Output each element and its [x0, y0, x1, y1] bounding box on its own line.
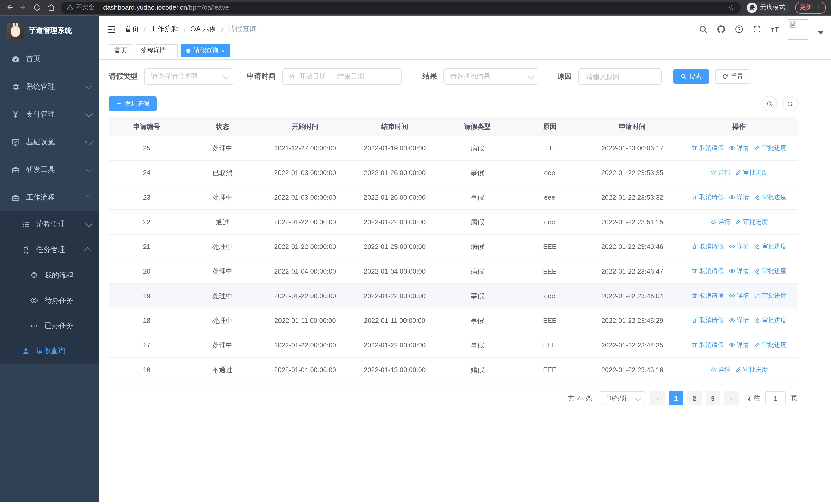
- close-icon[interactable]: ×: [222, 48, 225, 54]
- breadcrumb-separator: /: [144, 25, 146, 33]
- result-select[interactable]: 请选择流结果: [443, 68, 539, 85]
- detail-action-link[interactable]: 详情: [710, 217, 730, 226]
- progress-action-link[interactable]: 审批进度: [754, 144, 786, 152]
- cell-status: 处理中: [184, 308, 260, 333]
- warning-icon: [67, 4, 74, 11]
- cancel-action-link[interactable]: 取消请假: [692, 144, 724, 152]
- sidebar-item-process-mgmt[interactable]: 流程管理: [0, 211, 99, 237]
- url-text: dashboard.yudao.iocoder.cn/bpm/oa/leave: [103, 4, 229, 11]
- cancel-action-link[interactable]: 取消请假: [692, 292, 724, 300]
- refresh-table-button[interactable]: [782, 96, 798, 111]
- breadcrumb-home[interactable]: 首页: [125, 25, 139, 34]
- progress-action-link[interactable]: 审批进度: [754, 193, 786, 202]
- address-bar[interactable]: 不安全 dashboard.yudao.iocoder.cn/bpm/oa/le…: [61, 1, 741, 13]
- reset-button[interactable]: 重置: [715, 69, 750, 84]
- progress-action-link[interactable]: 审批进度: [736, 217, 768, 226]
- detail-action-link[interactable]: 详情: [729, 242, 749, 251]
- next-page-button[interactable]: ›: [724, 391, 739, 406]
- close-icon[interactable]: ×: [169, 48, 172, 54]
- sidebar-item-payment[interactable]: 支付管理: [0, 100, 99, 128]
- detail-action-link[interactable]: 详情: [710, 168, 730, 177]
- bookmark-star-icon[interactable]: ☆: [728, 3, 735, 11]
- avatar-dropdown-caret[interactable]: [818, 31, 823, 34]
- cancel-action-link[interactable]: 取消请假: [692, 193, 724, 202]
- detail-action-link[interactable]: 详情: [710, 365, 730, 374]
- progress-action-link[interactable]: 审批进度: [754, 242, 786, 251]
- avatar[interactable]: [788, 19, 808, 39]
- detail-action-link[interactable]: 详情: [729, 292, 749, 300]
- incognito-icon: [747, 2, 757, 12]
- goto-page-input[interactable]: [765, 391, 786, 406]
- update-button[interactable]: 更新 ⋮: [795, 1, 826, 13]
- leave-type-select[interactable]: 请选择请假类型: [144, 68, 233, 85]
- filter-form: 请假类型 请选择请假类型 申请时间 开始日期 - 结束日期 结果 请选择流结果: [109, 68, 821, 85]
- back-icon[interactable]: [5, 3, 14, 12]
- page-button-3[interactable]: 3: [706, 391, 720, 406]
- col-end-time: 结束时间: [350, 117, 439, 136]
- progress-action-link[interactable]: 审批进度: [754, 292, 786, 300]
- collapse-sidebar-icon[interactable]: [107, 24, 116, 34]
- progress-action-link[interactable]: 审批进度: [754, 316, 786, 325]
- cell-id: 24: [109, 160, 184, 185]
- search-icon[interactable]: [699, 25, 708, 34]
- sidebar-item-infra[interactable]: 基础设施: [0, 128, 99, 156]
- detail-action-link[interactable]: 详情: [729, 144, 749, 152]
- search-button[interactable]: 搜索: [674, 69, 709, 84]
- cancel-action-link[interactable]: 取消请假: [692, 267, 724, 276]
- toggle-search-button[interactable]: [762, 96, 777, 111]
- sidebar: 芋道管理系统 首页 系统管理 支付管理: [0, 17, 99, 502]
- create-leave-button[interactable]: 发起请假: [109, 96, 156, 111]
- tab-home[interactable]: 首页: [109, 44, 133, 57]
- progress-action-link[interactable]: 审批进度: [754, 267, 786, 276]
- github-icon[interactable]: [717, 25, 726, 34]
- cancel-action-link[interactable]: 取消请假: [692, 316, 724, 325]
- prev-page-button[interactable]: ‹: [650, 391, 665, 406]
- progress-action-link[interactable]: 审批进度: [754, 341, 786, 350]
- detail-action-link[interactable]: 详情: [729, 316, 749, 325]
- cell-end: 2022-01-26 00:00:00: [350, 185, 439, 210]
- page-button-2[interactable]: 2: [687, 391, 701, 406]
- reload-icon[interactable]: [33, 3, 41, 12]
- breadcrumb-workflow[interactable]: 工作流程: [150, 25, 179, 34]
- font-size-icon[interactable]: тT: [771, 25, 779, 34]
- sidebar-item-done-tasks[interactable]: 已办任务: [0, 313, 99, 338]
- progress-action-link[interactable]: 审批进度: [736, 365, 768, 374]
- page-size-select[interactable]: 10条/页: [600, 391, 645, 406]
- tab-process-detail[interactable]: 流程详情 ×: [136, 44, 178, 57]
- forward-icon[interactable]: [19, 3, 28, 12]
- cell-type: 事假: [439, 308, 515, 333]
- browser-menu-dots-icon[interactable]: ⋮: [815, 4, 821, 11]
- sidebar-item-leave-query[interactable]: 请假查询: [0, 338, 99, 364]
- apply-time-range-picker[interactable]: 开始日期 - 结束日期: [282, 68, 402, 85]
- cell-start: 2022-01-03 00:00:00: [260, 160, 350, 185]
- page-button-1[interactable]: 1: [669, 391, 683, 406]
- breadcrumb-oa-demo[interactable]: OA 示例: [191, 25, 217, 34]
- sidebar-item-task-mgmt[interactable]: 任务管理: [0, 237, 99, 263]
- cell-status: 处理中: [184, 136, 260, 160]
- cell-start: 2022-01-03 00:00:00: [260, 185, 350, 210]
- cancel-action-link[interactable]: 取消请假: [692, 341, 724, 350]
- detail-action-link[interactable]: 详情: [729, 193, 749, 202]
- detail-action-link[interactable]: 详情: [729, 267, 749, 276]
- cell-status: 处理中: [184, 234, 260, 259]
- sidebar-item-my-process[interactable]: 我的流程: [0, 263, 99, 288]
- home-icon[interactable]: [47, 3, 55, 12]
- cancel-action-link[interactable]: 取消请假: [692, 242, 724, 251]
- sidebar-item-system[interactable]: 系统管理: [0, 73, 99, 100]
- cell-actions: 取消请假详情审批进度: [681, 185, 798, 210]
- list-icon: [22, 220, 30, 229]
- sidebar-item-todo-tasks[interactable]: 待办任务: [0, 288, 99, 313]
- sidebar-item-workflow[interactable]: 工作流程: [0, 184, 99, 211]
- fullscreen-icon[interactable]: [753, 25, 762, 34]
- breadcrumb: 首页 / 工作流程 / OA 示例 / 请假查询: [125, 25, 257, 34]
- security-indicator[interactable]: 不安全: [67, 3, 94, 12]
- reason-input[interactable]: [585, 72, 655, 81]
- detail-action-link[interactable]: 详情: [729, 341, 749, 350]
- help-icon[interactable]: [735, 25, 744, 34]
- sidebar-item-devtools[interactable]: 研发工具: [0, 156, 99, 184]
- progress-action-link[interactable]: 审批进度: [736, 168, 768, 177]
- cell-type: 病假: [439, 234, 515, 259]
- sidebar-item-home[interactable]: 首页: [0, 45, 99, 73]
- tab-leave-query[interactable]: 请假查询 ×: [181, 44, 230, 57]
- cell-type: 病假: [439, 210, 515, 234]
